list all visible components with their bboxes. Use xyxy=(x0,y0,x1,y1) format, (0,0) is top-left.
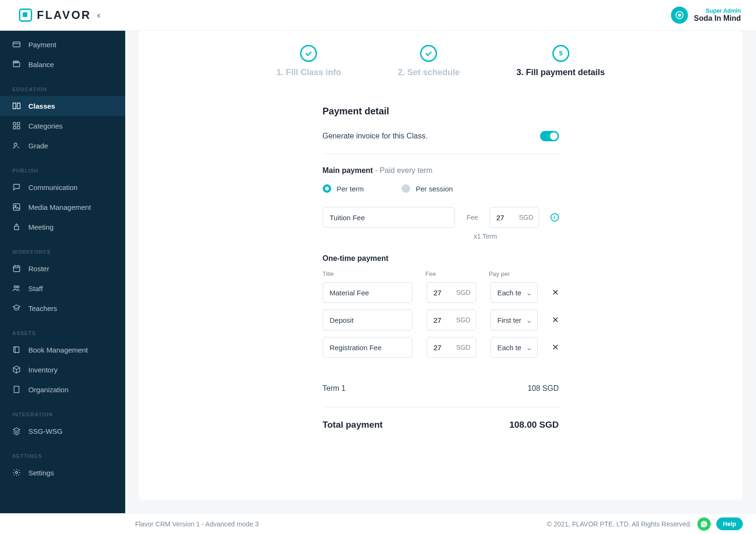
footer: Flavor CRM Version 1 - Advanced mode 3 ©… xyxy=(0,513,756,534)
onetime-title-input[interactable] xyxy=(323,282,412,303)
fee-label: Fee xyxy=(466,214,478,221)
sidebar-item-label: Media Management xyxy=(28,203,91,211)
step-2[interactable]: 2. Set schedule xyxy=(398,45,460,78)
info-icon[interactable]: i xyxy=(550,213,559,222)
onetime-payper-select[interactable] xyxy=(490,282,538,303)
nav-heading: INTEGRATION xyxy=(0,408,125,421)
sidebar-item-label: Book Management xyxy=(28,346,88,354)
wallet-icon xyxy=(12,60,21,69)
book-open-icon xyxy=(12,102,21,110)
stepper: 1. Fill Class info2. Set schedule$3. Fil… xyxy=(157,45,724,78)
currency-label: SGD xyxy=(456,344,470,351)
book-icon xyxy=(12,345,21,354)
sidebar-item-label: Classes xyxy=(28,102,55,110)
radio-icon xyxy=(323,184,331,193)
user-area[interactable]: Super Admin Soda In Mind xyxy=(671,7,741,24)
logo[interactable]: FLAVOR xyxy=(19,9,91,22)
currency-label: SGD xyxy=(456,289,470,296)
svg-rect-9 xyxy=(17,127,20,129)
step-icon xyxy=(300,45,317,62)
total-value: 108.00 SGD xyxy=(509,420,559,430)
sidebar-item-payment[interactable]: Payment xyxy=(0,34,125,54)
onetime-row: SGD ⌄ ✕ xyxy=(323,337,559,358)
header-payper: Pay per xyxy=(489,270,558,277)
avatar xyxy=(671,7,688,24)
nav-heading: ASSETS xyxy=(0,327,125,340)
package-icon xyxy=(12,365,21,374)
sidebar-collapse-button[interactable]: ‹‹ xyxy=(97,10,99,20)
sidebar-item-categories[interactable]: Categories xyxy=(0,116,125,136)
radio-per-term[interactable]: Per term xyxy=(323,184,364,193)
sidebar-item-ssg-wsg[interactable]: SSG-WSG xyxy=(0,421,125,441)
sidebar-item-settings[interactable]: Settings xyxy=(0,463,125,482)
sidebar-item-media-management[interactable]: Media Management xyxy=(0,197,125,217)
svg-point-18 xyxy=(17,286,19,288)
avatar-icon xyxy=(675,10,684,20)
sidebar-item-label: Balance xyxy=(28,60,54,69)
remove-row-button[interactable]: ✕ xyxy=(552,342,559,353)
sidebar-item-label: Categories xyxy=(28,122,63,130)
onetime-title-input[interactable] xyxy=(323,310,412,330)
term-note: x1 Term xyxy=(474,233,559,240)
term-value: 108 SGD xyxy=(528,384,559,393)
invoice-toggle[interactable] xyxy=(540,131,559,141)
sidebar-item-classes[interactable]: Classes xyxy=(0,96,125,116)
sidebar-item-balance[interactable]: Balance xyxy=(0,54,125,74)
main-content: 1. Fill Class info2. Set schedule$3. Fil… xyxy=(125,31,756,513)
remove-row-button[interactable]: ✕ xyxy=(552,315,559,325)
step-3[interactable]: $3. Fill payment details xyxy=(516,45,605,78)
onetime-title-input[interactable] xyxy=(323,337,412,358)
sidebar-item-organization[interactable]: Organization xyxy=(0,379,125,399)
sidebar-item-roster[interactable]: Roster xyxy=(0,258,125,278)
sidebar-item-meeting[interactable]: Meeting xyxy=(0,217,125,237)
tuition-title-input[interactable] xyxy=(323,207,455,228)
grid-icon xyxy=(12,121,21,130)
footer-copyright: © 2021, FLAVOR PTE. LTD. All Rights Rese… xyxy=(547,520,692,528)
onetime-row: SGD ⌄ ✕ xyxy=(323,282,559,303)
sidebar-item-label: Communication xyxy=(28,183,77,191)
logo-wrap: FLAVOR ‹‹ xyxy=(19,9,99,22)
term-label: Term 1 xyxy=(323,384,346,393)
total-label: Total payment xyxy=(323,420,383,430)
sidebar-item-communication[interactable]: Communication xyxy=(0,177,125,197)
sidebar-item-label: Organization xyxy=(28,386,69,394)
podium-icon xyxy=(12,223,21,231)
sidebar-item-label: Inventory xyxy=(28,366,58,374)
whatsapp-button[interactable] xyxy=(697,517,711,531)
onetime-payper-select[interactable] xyxy=(490,337,538,358)
nav-heading: EDUCATION xyxy=(0,83,125,96)
sidebar-item-book-management[interactable]: Book Management xyxy=(0,340,125,360)
nav-heading: PUBLISH xyxy=(0,164,125,177)
card-icon xyxy=(12,40,21,49)
nav-heading: WORKFORCE xyxy=(0,245,125,258)
sidebar-item-grade[interactable]: Grade xyxy=(0,136,125,155)
sidebar: PaymentBalanceEDUCATIONClassesCategories… xyxy=(0,31,125,513)
sidebar-item-label: Staff xyxy=(28,284,43,293)
sidebar-item-staff[interactable]: Staff xyxy=(0,278,125,298)
main-payment-meta: - Paid every term xyxy=(373,166,432,174)
remove-row-button[interactable]: ✕ xyxy=(552,287,559,298)
logo-text: FLAVOR xyxy=(37,9,91,22)
radio-label: Per session xyxy=(416,185,453,193)
step-1[interactable]: 1. Fill Class info xyxy=(276,45,341,78)
user-role: Super Admin xyxy=(694,8,741,14)
help-button[interactable]: Help xyxy=(716,517,743,530)
sidebar-item-inventory[interactable]: Inventory xyxy=(0,360,125,379)
main-payment-title: Main payment xyxy=(323,166,373,174)
header-title: Title xyxy=(323,270,412,277)
header-fee: Fee xyxy=(425,270,474,277)
sidebar-item-teachers[interactable]: Teachers xyxy=(0,298,125,318)
logo-mark-icon xyxy=(19,9,32,22)
onetime-headers: Title Fee Pay per xyxy=(323,270,559,277)
sidebar-item-label: Payment xyxy=(28,41,56,49)
svg-rect-2 xyxy=(13,42,20,47)
radio-per-session[interactable]: Per session xyxy=(402,184,453,193)
svg-point-25 xyxy=(16,472,18,474)
svg-point-10 xyxy=(14,143,17,146)
currency-label: SGD xyxy=(519,214,533,221)
chat-icon xyxy=(12,183,21,191)
sidebar-item-label: Grade xyxy=(28,142,48,150)
svg-rect-13 xyxy=(13,266,20,272)
onetime-payper-select[interactable] xyxy=(490,310,538,330)
svg-rect-8 xyxy=(13,127,16,129)
